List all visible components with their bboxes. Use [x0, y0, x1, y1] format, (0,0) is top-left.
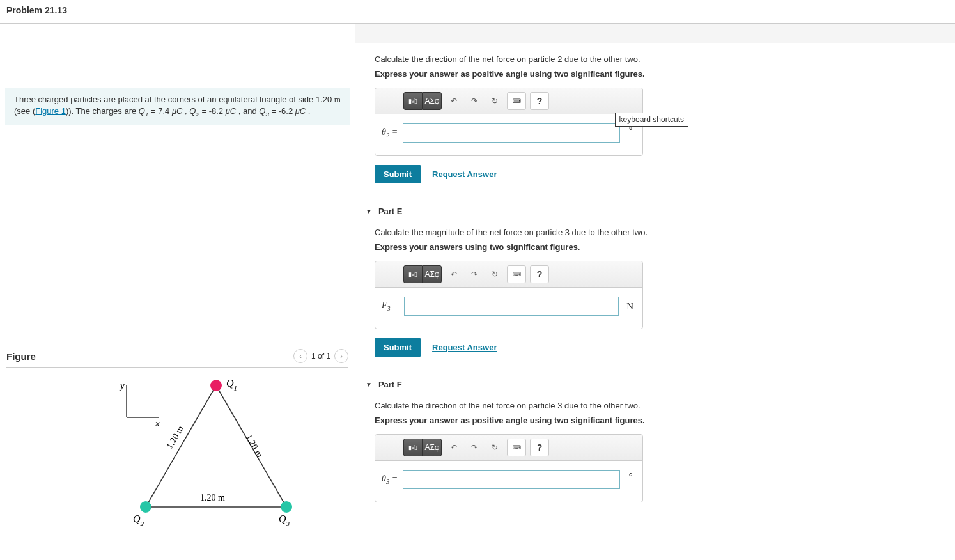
undo-button[interactable]: ↶ — [446, 439, 462, 456]
part-f-prompt: Calculate the direction of the net force… — [375, 401, 936, 410]
part-e: ▼ Part E Calculate the magnitude of the … — [355, 203, 955, 357]
request-answer-link[interactable]: Request Answer — [432, 169, 497, 179]
math-template-button[interactable]: ▮√▯ — [403, 439, 423, 456]
help-button[interactable]: ? — [530, 439, 549, 456]
figure-link[interactable]: Figure 1 — [35, 106, 66, 116]
svg-text:Q3: Q3 — [279, 513, 290, 527]
part-e-answer-box: ▮√▯ ΑΣφ ↶ ↷ ↻ ⌨ ? F3 = N — [375, 261, 643, 329]
keyboard-icon[interactable]: ⌨ — [507, 92, 526, 110]
figure-pager: 1 of 1 — [311, 352, 330, 361]
svg-text:1.20 m: 1.20 m — [200, 493, 225, 502]
part-e-header[interactable]: ▼ Part E — [355, 203, 955, 228]
figure-body[interactable]: y x Q1 Q2 Q3 1.20 m 1.20 m 1.20 — [6, 373, 348, 552]
math-template-button[interactable]: ▮√▯ — [403, 265, 423, 283]
var-label: θ3 = — [382, 474, 398, 485]
figure-title: Figure — [6, 351, 36, 362]
answer-input-f3[interactable] — [404, 297, 619, 316]
reset-button[interactable]: ↻ — [486, 265, 503, 283]
math-template-button[interactable]: ▮√▯ — [403, 92, 423, 110]
toolbar: ▮√▯ ΑΣφ ↶ ↷ ↻ ⌨ ? — [375, 88, 642, 114]
caret-down-icon: ▼ — [366, 208, 372, 215]
part-d-instr: Express your answer as positive angle us… — [375, 69, 936, 79]
help-button[interactable]: ? — [530, 265, 549, 283]
reset-button[interactable]: ↻ — [486, 92, 503, 110]
part-f: ▼ Part F Calculate the direction of the … — [355, 376, 955, 502]
left-pane: Three charged particles are placed at th… — [0, 24, 355, 558]
svg-point-8 — [140, 501, 151, 513]
tooltip: keyboard shortcuts — [615, 113, 688, 127]
svg-point-9 — [281, 501, 292, 513]
keyboard-icon[interactable]: ⌨ — [507, 439, 526, 456]
part-f-instr: Express your answer as positive angle us… — [375, 416, 936, 425]
figure-prev-button[interactable]: ‹ — [293, 349, 307, 363]
svg-text:y: y — [119, 380, 125, 391]
greek-button[interactable]: ΑΣφ — [423, 92, 442, 110]
answer-input-theta3[interactable] — [403, 470, 620, 489]
part-f-header[interactable]: ▼ Part F — [355, 376, 955, 401]
figure-next-button[interactable]: › — [334, 349, 348, 363]
svg-text:1.20 m: 1.20 m — [164, 424, 185, 450]
var-label: F3 = — [382, 300, 399, 312]
svg-text:Q2: Q2 — [133, 513, 144, 527]
right-pane[interactable]: Calculate the direction of the net force… — [355, 24, 955, 558]
part-e-prompt: Calculate the magnitude of the net force… — [375, 228, 936, 237]
problem-title: Problem 21.13 — [0, 0, 955, 24]
undo-button[interactable]: ↶ — [446, 265, 462, 283]
redo-button[interactable]: ↷ — [466, 265, 483, 283]
request-answer-link[interactable]: Request Answer — [432, 343, 497, 352]
submit-button[interactable]: Submit — [375, 338, 421, 357]
redo-button[interactable]: ↷ — [466, 439, 483, 456]
help-button[interactable]: ? — [530, 92, 549, 110]
svg-text:Q1: Q1 — [226, 378, 237, 392]
svg-text:x: x — [155, 418, 160, 428]
unit-degree: ∘ — [625, 469, 636, 480]
part-d-answer-box: ▮√▯ ΑΣφ ↶ ↷ ↻ ⌨ ? keyboard shortcuts θ2 … — [375, 88, 643, 156]
redo-button[interactable]: ↷ — [466, 92, 483, 110]
figure-section: Figure ‹ 1 of 1 › y x — [0, 349, 355, 558]
greek-button[interactable]: ΑΣφ — [423, 439, 442, 456]
keyboard-icon[interactable]: ⌨ — [507, 265, 526, 283]
svg-point-7 — [210, 380, 222, 391]
unit-newton: N — [624, 301, 636, 312]
undo-button[interactable]: ↶ — [446, 92, 462, 110]
svg-line-4 — [146, 385, 216, 507]
caret-down-icon: ▼ — [366, 381, 372, 388]
part-d-prompt: Calculate the direction of the net force… — [375, 54, 936, 64]
part-f-answer-box: ▮√▯ ΑΣφ ↶ ↷ ↻ ⌨ ? θ3 = ∘ — [375, 434, 643, 502]
part-d: Calculate the direction of the net force… — [355, 24, 955, 183]
var-label: θ2 = — [382, 127, 398, 139]
problem-statement: Three charged particles are placed at th… — [5, 88, 350, 125]
reset-button[interactable]: ↻ — [486, 439, 503, 456]
svg-text:1.20 m: 1.20 m — [244, 433, 264, 459]
greek-button[interactable]: ΑΣφ — [423, 265, 442, 283]
answer-input-theta2[interactable] — [403, 123, 620, 143]
triangle-diagram: y x Q1 Q2 Q3 1.20 m 1.20 m 1.20 — [43, 373, 312, 539]
part-e-instr: Express your answers using two significa… — [375, 242, 936, 252]
submit-button[interactable]: Submit — [375, 165, 421, 183]
